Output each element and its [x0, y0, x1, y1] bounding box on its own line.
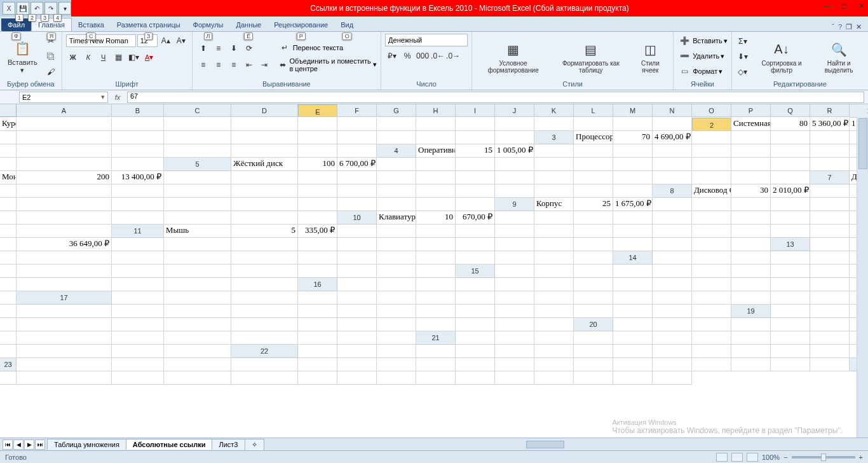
cell[interactable]: 6 700,00 ₽: [337, 158, 377, 171]
cell[interactable]: [298, 318, 337, 331]
cell[interactable]: [17, 118, 112, 131]
increase-decimal-icon[interactable]: .0←: [431, 49, 445, 63]
cell[interactable]: 70: [613, 131, 653, 144]
cell[interactable]: [298, 211, 337, 225]
cell[interactable]: [534, 171, 574, 184]
column-header[interactable]: J: [495, 104, 534, 117]
cell[interactable]: [298, 305, 337, 318]
cell[interactable]: [613, 238, 653, 251]
cell[interactable]: [574, 118, 613, 131]
paste-button[interactable]: 📋Вставить▾: [4, 37, 41, 76]
column-header[interactable]: M: [613, 104, 653, 117]
cell[interactable]: [164, 318, 231, 331]
cell[interactable]: [112, 305, 164, 318]
cell[interactable]: [653, 144, 692, 158]
cell[interactable]: [692, 251, 731, 265]
cell[interactable]: [731, 291, 771, 305]
cell[interactable]: [574, 358, 613, 371]
cell[interactable]: [731, 238, 771, 251]
cell-styles-button[interactable]: ◫Стили ячеек: [632, 38, 670, 75]
cell[interactable]: [112, 131, 164, 144]
cell[interactable]: [574, 278, 613, 291]
restore-window-icon[interactable]: ❐: [846, 23, 852, 31]
tab-Данные[interactable]: ДанныеЁ: [229, 18, 268, 31]
cell[interactable]: [0, 251, 17, 265]
cell[interactable]: [377, 131, 416, 144]
cell[interactable]: [574, 305, 613, 318]
increase-font-icon[interactable]: A▴: [159, 34, 173, 48]
cell[interactable]: [17, 198, 112, 211]
cell[interactable]: [771, 331, 810, 345]
cell[interactable]: [534, 331, 574, 345]
cell[interactable]: [164, 358, 231, 371]
cell[interactable]: [456, 278, 495, 291]
cell[interactable]: [731, 131, 771, 144]
cell[interactable]: [231, 371, 298, 385]
cell[interactable]: [534, 345, 574, 358]
cell[interactable]: [613, 211, 653, 225]
cell[interactable]: [298, 331, 337, 345]
cell[interactable]: [810, 265, 850, 278]
cell[interactable]: [574, 171, 613, 184]
cell[interactable]: [17, 184, 112, 198]
cell[interactable]: [456, 158, 495, 171]
fill-color-icon[interactable]: ◧▾: [127, 50, 141, 64]
cell[interactable]: [456, 238, 495, 251]
cell[interactable]: [731, 171, 771, 184]
sheet-tab[interactable]: Абсолютные ссылки: [126, 439, 213, 450]
conditional-formatting-button[interactable]: ▦Условное форматирование: [476, 38, 550, 75]
cell[interactable]: 5: [231, 225, 298, 238]
cell[interactable]: [298, 238, 337, 251]
cell[interactable]: [574, 184, 613, 198]
column-header[interactable]: G: [377, 104, 416, 117]
align-bottom-icon[interactable]: ⬇: [227, 41, 241, 55]
cell[interactable]: Оперативная память: [416, 144, 456, 158]
cell[interactable]: [337, 265, 377, 278]
close-icon[interactable]: ✕: [858, 2, 864, 10]
cell[interactable]: [377, 318, 416, 331]
cell[interactable]: [771, 345, 810, 358]
cell[interactable]: [164, 305, 231, 318]
cell[interactable]: [771, 251, 810, 265]
help-icon[interactable]: ?: [838, 23, 842, 31]
cell[interactable]: [692, 278, 731, 291]
cell[interactable]: [653, 118, 692, 131]
cell[interactable]: [416, 171, 456, 184]
cell[interactable]: [731, 318, 771, 331]
cell[interactable]: [574, 265, 613, 278]
cell[interactable]: [692, 198, 731, 211]
cell[interactable]: [731, 251, 771, 265]
cell[interactable]: [692, 265, 731, 278]
cell[interactable]: [574, 158, 613, 171]
cell[interactable]: [653, 278, 692, 291]
cell[interactable]: [377, 184, 416, 198]
cell[interactable]: [771, 131, 810, 144]
cell[interactable]: 36 649,00 ₽: [17, 238, 112, 251]
cell[interactable]: [0, 184, 17, 198]
cell[interactable]: [337, 318, 377, 331]
row-header[interactable]: 14: [613, 251, 653, 265]
cell[interactable]: 15: [456, 144, 495, 158]
row-header[interactable]: 4: [377, 144, 416, 158]
cell[interactable]: [231, 211, 298, 225]
cell[interactable]: 335,00 ₽: [298, 225, 337, 238]
cell[interactable]: [416, 371, 456, 385]
cell[interactable]: [613, 158, 653, 171]
cell[interactable]: [692, 238, 731, 251]
cell[interactable]: [164, 278, 231, 291]
cell[interactable]: [653, 158, 692, 171]
cell[interactable]: [377, 331, 416, 345]
cell[interactable]: [495, 238, 534, 251]
cell[interactable]: [377, 345, 416, 358]
cell[interactable]: [164, 131, 231, 144]
cell[interactable]: [112, 198, 164, 211]
percent-icon[interactable]: %: [400, 49, 414, 63]
cell[interactable]: [613, 345, 653, 358]
column-header[interactable]: D: [231, 104, 298, 117]
cell[interactable]: [377, 225, 416, 238]
cell[interactable]: [416, 238, 456, 251]
cell[interactable]: [456, 318, 495, 331]
cell[interactable]: [112, 265, 164, 278]
cell[interactable]: [337, 345, 377, 358]
decrease-decimal-icon[interactable]: .0→: [446, 49, 460, 63]
